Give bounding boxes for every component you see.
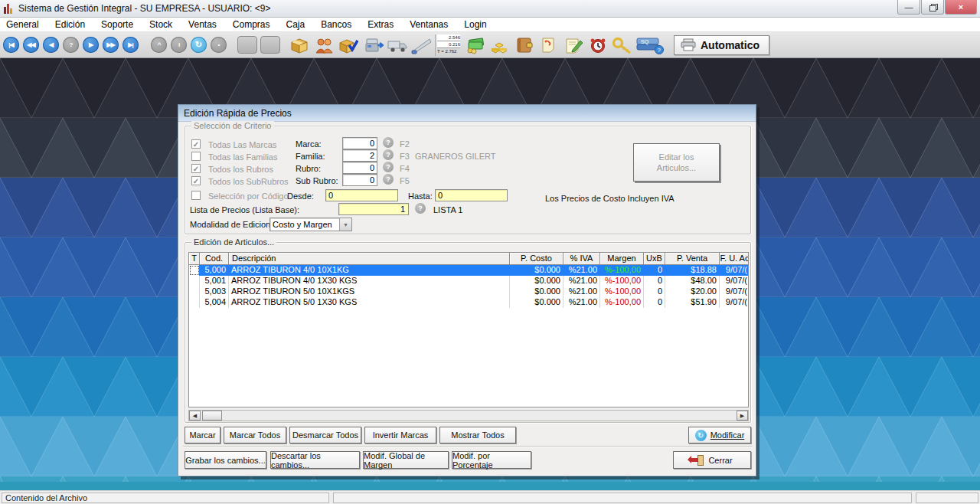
col-iva[interactable]: % IVA (564, 253, 600, 265)
address-book-icon[interactable] (513, 34, 536, 56)
note-icon[interactable] (537, 34, 560, 56)
modif-porcentaje-button[interactable]: Modif. por Porcentaje (452, 451, 531, 469)
package-check-icon[interactable] (337, 34, 360, 56)
nav-fast-back-icon[interactable]: ◀◀ (23, 37, 39, 53)
scroll-left-icon[interactable]: ◀ (189, 411, 201, 421)
col-fua[interactable]: F. U. Ac (720, 253, 749, 265)
menu-ventas[interactable]: Ventas (188, 19, 217, 30)
blank-button-2[interactable] (260, 36, 280, 54)
scrollbar-thumb[interactable] (202, 411, 222, 421)
col-uxb[interactable]: UxB (644, 253, 665, 265)
key-icon[interactable] (611, 34, 634, 56)
menu-compras[interactable]: Compras (233, 19, 270, 30)
gold-icon[interactable] (488, 34, 511, 56)
notepad-pencil-icon[interactable] (562, 34, 585, 56)
nav-back-icon[interactable]: ◀ (43, 37, 59, 53)
nav-fast-next-icon[interactable]: ▶▶ (103, 37, 119, 53)
menu-login[interactable]: Login (464, 19, 486, 30)
scroll-right-icon[interactable]: ▶ (737, 411, 748, 421)
alarm-clock-icon[interactable] (586, 34, 609, 56)
row-mark-cell[interactable] (189, 265, 200, 276)
horizontal-scrollbar[interactable]: ◀ ▶ (188, 410, 749, 421)
nav-last-icon[interactable]: ▶| (122, 37, 139, 53)
cash-register-icon[interactable] (361, 34, 384, 56)
refresh-icon[interactable]: ↻ (191, 37, 207, 53)
menu-extras[interactable]: Extras (368, 19, 394, 30)
criteria-groupbox: Selección de Criterio ✓ Todas Las Marcas… (185, 126, 751, 234)
modif-global-margen-button[interactable]: Modif. Global de Margen (363, 451, 449, 469)
nav-first-icon[interactable]: |◀ (3, 37, 19, 53)
table-row[interactable]: 5,003 ARROZ TIBURON 5/0 10X1KGS $0.000 %… (189, 286, 748, 297)
marca-input[interactable]: 0 (342, 137, 377, 149)
col-costo[interactable]: P. Costo (510, 253, 564, 265)
cerrar-button[interactable]: Cerrar (673, 451, 751, 469)
grabar-cambios-button[interactable]: Grabar los cambios... (185, 451, 266, 469)
chevron-down-icon[interactable]: ▼ (339, 218, 351, 231)
marcar-todos-button[interactable]: Marcar Todos (224, 427, 286, 443)
lista-precios-help-icon[interactable]: ? (415, 203, 426, 214)
menu-edicion[interactable]: Edición (55, 19, 85, 30)
rubro-input[interactable]: 0 (342, 162, 377, 174)
checkbox-todas-familias[interactable] (191, 152, 201, 161)
modificar-button[interactable]: ↻ Modificar (688, 427, 751, 443)
invertir-marcas-button[interactable]: Invertir Marcas (364, 427, 436, 443)
mostrar-todos-button[interactable]: Mostrar Todos (439, 427, 516, 443)
col-t[interactable]: T (189, 253, 200, 265)
cell-margen: %-100,00 (600, 286, 644, 297)
subrubro-help-icon[interactable]: ? (383, 174, 394, 185)
cell-cod: 5,003 (200, 286, 229, 297)
menu-soporte[interactable]: Soporte (101, 19, 133, 30)
row-mark-cell[interactable] (189, 286, 200, 297)
sql-help-icon[interactable]: SQ? (635, 34, 666, 56)
menu-general[interactable]: General (6, 19, 39, 30)
cell-costo: $0.000 (510, 265, 564, 276)
cell-fecha: 9/07/( (720, 286, 749, 297)
modalidad-combobox[interactable]: Costo y Margen ▼ (270, 218, 352, 231)
col-desc[interactable]: Descripción (229, 253, 510, 265)
col-cod[interactable]: Cod. (200, 253, 229, 265)
cell-iva: %21.00 (564, 265, 600, 276)
checkbox-todos-rubros-label: Todos los Rubros (208, 165, 273, 174)
articles-grid[interactable]: T Cod. Descripción P. Costo % IVA Margen… (188, 252, 749, 407)
descartar-cambios-button[interactable]: Descartar los cambios... (270, 451, 360, 469)
col-venta[interactable]: P. Venta (665, 253, 720, 265)
money-icon[interactable] (464, 34, 487, 56)
col-margen[interactable]: Margen (600, 253, 644, 265)
row-mark-cell[interactable] (189, 276, 200, 286)
rubro-help-icon[interactable]: ? (383, 162, 394, 172)
checkbox-todas-marcas[interactable]: ✓ (191, 139, 201, 149)
menu-caja[interactable]: Caja (286, 19, 305, 30)
table-row[interactable]: 5,001 ARROZ TIBURON 4/0 1X30 KGS $0.000 … (189, 276, 748, 286)
restore-button[interactable] (921, 0, 944, 15)
table-row[interactable]: 5,000 ARROZ TIBURON 4/0 10X1KG $0.000 %2… (189, 265, 748, 276)
subrubro-input[interactable]: 0 (342, 174, 377, 186)
table-row[interactable]: 5,004 ARROZ TIBURON 5/0 1X30 KGS $0.000 … (189, 297, 748, 308)
menu-bancos[interactable]: Bancos (321, 19, 351, 30)
editar-articulos-button[interactable]: Editar los Articulos... (633, 143, 720, 182)
desde-input[interactable]: 0 (325, 189, 398, 201)
close-button[interactable]: × (945, 0, 977, 15)
nav-next-icon[interactable]: ▶ (83, 37, 99, 53)
checkbox-seleccion-codigo[interactable] (191, 191, 201, 200)
desmarcar-todos-button[interactable]: Desmarcar Todos (289, 427, 361, 443)
blade-icon[interactable] (410, 34, 433, 56)
menu-ventanas[interactable]: Ventanas (410, 19, 448, 30)
menu-stock[interactable]: Stock (149, 19, 172, 30)
articles-group-label: Edición de Articulos... (191, 237, 276, 247)
familia-input[interactable]: 2 (342, 149, 377, 162)
checkbox-todos-subrubros[interactable]: ✓ (191, 176, 201, 185)
marca-help-icon[interactable]: ? (383, 137, 394, 148)
checkbox-todos-rubros[interactable]: ✓ (191, 164, 201, 173)
blank-button-1[interactable] (237, 36, 257, 54)
row-mark-cell[interactable] (189, 297, 200, 308)
minimize-button[interactable]: — (897, 0, 920, 15)
familia-help-icon[interactable]: ? (383, 149, 394, 160)
package-icon[interactable] (288, 34, 311, 56)
users-icon[interactable] (312, 34, 335, 56)
hasta-input[interactable]: 0 (435, 189, 508, 201)
lista-precios-input[interactable]: 1 (338, 203, 409, 215)
truck-icon[interactable] (386, 34, 409, 56)
dialog-titlebar[interactable]: Edición Rápida de Precios (178, 105, 756, 122)
marcar-button[interactable]: Marcar (185, 427, 220, 443)
automatico-print-button[interactable]: Automatico (674, 35, 769, 55)
